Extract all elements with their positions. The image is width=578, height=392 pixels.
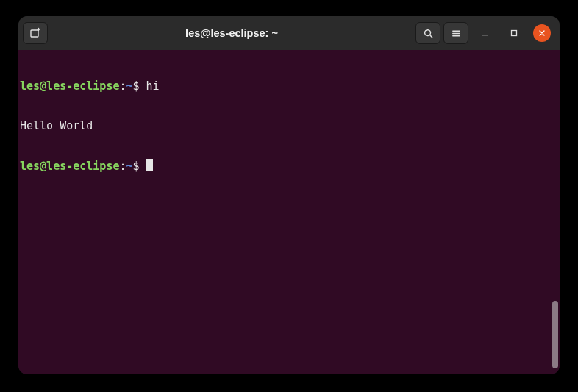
new-tab-button[interactable] — [23, 22, 48, 44]
menu-button[interactable] — [443, 22, 468, 44]
titlebar: les@les-eclipse: ~ — [18, 16, 560, 50]
terminal-window: les@les-eclipse: ~ — [18, 16, 560, 374]
maximize-icon — [509, 28, 519, 38]
titlebar-right — [415, 22, 555, 44]
prompt-colon: : — [119, 79, 126, 93]
close-icon — [538, 29, 546, 38]
minimize-button[interactable] — [471, 22, 498, 44]
svg-rect-2 — [512, 31, 517, 36]
prompt-user-host: les@les-eclipse — [20, 160, 119, 173]
search-icon — [423, 28, 434, 39]
output-line: Hello World — [20, 119, 558, 132]
close-button[interactable] — [533, 24, 551, 42]
prompt-path: ~ — [126, 79, 133, 93]
command-text: hi — [140, 79, 160, 93]
new-tab-icon — [29, 27, 41, 39]
output-text: Hello World — [20, 119, 93, 132]
prompt-line: les@les-eclipse:~$ — [20, 159, 558, 173]
search-button[interactable] — [415, 22, 440, 44]
terminal-body[interactable]: les@les-eclipse:~$ hi Hello World les@le… — [18, 50, 560, 374]
hamburger-icon — [451, 28, 462, 39]
prompt-line: les@les-eclipse:~$ hi — [20, 79, 558, 93]
prompt-path: ~ — [126, 160, 133, 173]
prompt-user-host: les@les-eclipse — [20, 79, 119, 93]
titlebar-left — [23, 22, 48, 44]
minimize-icon — [479, 28, 490, 38]
prompt-dollar: $ — [133, 160, 140, 173]
prompt-dollar: $ — [133, 79, 140, 93]
command-text — [140, 160, 153, 173]
cursor — [146, 159, 153, 171]
scrollbar-thumb[interactable] — [552, 301, 558, 368]
svg-rect-0 — [31, 30, 38, 37]
maximize-button[interactable] — [501, 22, 527, 44]
window-title: les@les-eclipse: ~ — [51, 27, 413, 39]
prompt-colon: : — [119, 160, 126, 173]
